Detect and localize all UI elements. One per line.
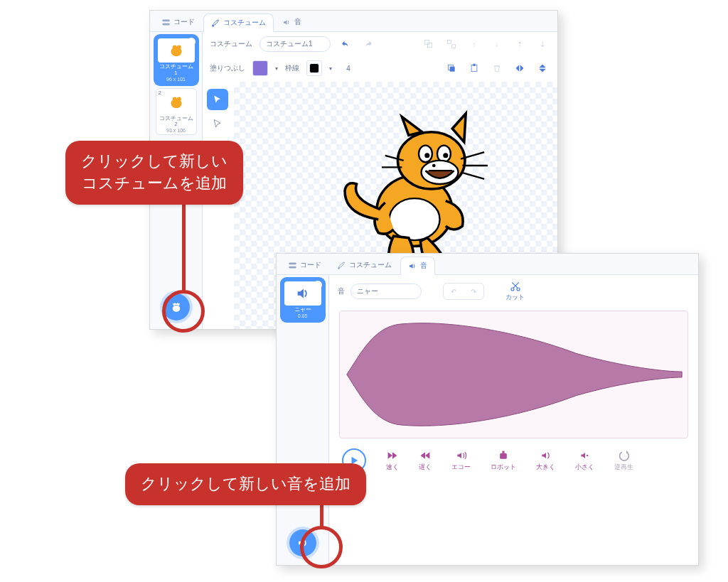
thumb-index: 1 xyxy=(285,281,288,287)
svg-point-34 xyxy=(587,454,588,456)
undo-button[interactable]: ↶ xyxy=(444,284,464,299)
stroke-swatch[interactable] xyxy=(306,60,322,76)
callout-add-sound: クリックして新しい音を追加 xyxy=(125,463,366,505)
stroke-label: 枠線 xyxy=(285,63,299,73)
svg-rect-27 xyxy=(289,262,296,264)
add-costume-button[interactable] xyxy=(163,293,190,320)
undo-button[interactable] xyxy=(338,36,353,52)
add-sound-button[interactable] xyxy=(289,529,316,556)
playback-row: 速く 遅く エコー ロボット 大きく 小さく 逆再生 xyxy=(329,441,698,480)
svg-point-8 xyxy=(176,97,181,101)
tab-costumes-label: コスチューム xyxy=(349,260,392,270)
speaker-icon xyxy=(296,537,309,549)
svg-rect-17 xyxy=(473,64,475,66)
group-button[interactable] xyxy=(421,36,437,52)
fill-swatch[interactable] xyxy=(252,60,268,76)
delete-badge[interactable] xyxy=(187,38,196,46)
front-button[interactable]: ⇡ xyxy=(512,36,528,52)
fx-faster[interactable]: 速く xyxy=(386,450,399,472)
svg-rect-28 xyxy=(289,266,296,268)
sound-name-input[interactable] xyxy=(350,284,422,299)
callout-connector xyxy=(182,192,186,291)
costume-thumb[interactable]: 1 コスチューム1 96 x 101 xyxy=(156,36,197,84)
thumb-image xyxy=(158,90,195,114)
svg-rect-10 xyxy=(425,41,429,45)
thumb-index: 2 xyxy=(159,90,161,96)
tab-code-label: コード xyxy=(173,17,195,27)
thumb-label: コスチューム1 xyxy=(158,64,195,77)
copy-button[interactable] xyxy=(444,60,459,76)
sound-editor: 音 ↶ ↷ カット xyxy=(329,275,698,565)
delete-badge[interactable] xyxy=(314,281,322,289)
svg-point-23 xyxy=(424,153,429,158)
tab-sounds-label: 音 xyxy=(420,261,427,271)
tab-sounds[interactable]: 音 xyxy=(275,13,309,31)
svg-point-7 xyxy=(172,97,176,101)
svg-rect-13 xyxy=(452,45,456,48)
thumb-duration: 0.85 xyxy=(284,313,321,318)
tab-costumes[interactable]: コスチューム xyxy=(203,14,274,32)
tab-code[interactable]: コード xyxy=(281,256,328,274)
flip-v-button[interactable] xyxy=(535,60,550,76)
svg-rect-33 xyxy=(502,451,504,453)
sound-icon xyxy=(282,18,291,27)
brush-icon xyxy=(211,18,220,28)
fx-slower[interactable]: 遅く xyxy=(419,450,432,472)
fx-robot[interactable]: ロボット xyxy=(491,450,516,472)
code-icon xyxy=(161,18,171,27)
delete-button[interactable] xyxy=(489,60,505,76)
costume-name-input[interactable] xyxy=(259,36,331,52)
forward-button[interactable]: ↑ xyxy=(466,36,482,52)
thumb-label: ニャー xyxy=(284,307,321,313)
tool-column xyxy=(207,89,228,134)
thumb-dim: 96 x 101 xyxy=(158,77,195,82)
cut-button[interactable]: カット xyxy=(505,281,525,302)
thumb-label: コスチューム2 xyxy=(158,116,195,129)
stroke-width-input[interactable] xyxy=(339,65,358,72)
tab-code-label: コード xyxy=(300,260,321,270)
svg-rect-0 xyxy=(162,19,169,21)
tab-costumes-label: コスチューム xyxy=(223,18,266,28)
sound-editor-window: コード コスチューム 音 1 ニャー 0.85 xyxy=(276,253,699,566)
brush-icon xyxy=(337,261,346,270)
svg-point-5 xyxy=(176,45,181,50)
svg-rect-12 xyxy=(448,41,451,44)
thumb-dim: 93 x 106 xyxy=(158,128,195,133)
svg-rect-32 xyxy=(500,453,507,458)
callout-add-costume: クリックして新しい コスチュームを追加 xyxy=(65,141,243,205)
tab-code[interactable]: コード xyxy=(154,13,202,31)
waveform[interactable] xyxy=(339,311,688,438)
sound-thumb[interactable]: 1 ニャー 0.85 xyxy=(282,279,323,320)
cat-head-icon xyxy=(170,301,183,313)
flip-h-button[interactable] xyxy=(512,60,528,76)
redo-button[interactable] xyxy=(360,36,376,52)
costume-name-label: コスチューム xyxy=(210,39,252,49)
tabs-bar: コード コスチューム 音 xyxy=(277,254,698,275)
backward-button[interactable]: ↓ xyxy=(489,36,505,52)
sound-name-label: 音 xyxy=(338,286,345,296)
costume-thumb[interactable]: 2 コスチューム2 93 x 106 xyxy=(156,88,197,136)
select-tool[interactable] xyxy=(207,89,228,110)
paste-button[interactable] xyxy=(466,60,482,76)
back-button[interactable]: ⇣ xyxy=(535,36,550,52)
svg-rect-15 xyxy=(450,67,455,72)
fx-reverse[interactable]: 逆再生 xyxy=(614,450,633,472)
tab-sounds[interactable]: 音 xyxy=(400,257,435,275)
tab-sounds-label: 音 xyxy=(294,17,301,27)
svg-point-24 xyxy=(443,153,448,158)
svg-point-2 xyxy=(212,25,214,27)
svg-point-4 xyxy=(172,45,176,50)
svg-point-29 xyxy=(338,267,340,269)
fx-softer[interactable]: 小さく xyxy=(575,450,594,472)
redo-button[interactable]: ↷ xyxy=(464,284,483,299)
svg-rect-1 xyxy=(162,23,169,25)
fx-echo[interactable]: エコー xyxy=(451,450,471,472)
svg-rect-11 xyxy=(427,43,432,47)
fx-louder[interactable]: 大きく xyxy=(536,450,555,472)
svg-point-26 xyxy=(432,164,436,168)
tabs-bar: コード コスチューム 音 xyxy=(150,11,557,32)
ungroup-button[interactable] xyxy=(444,36,459,52)
reshape-tool[interactable] xyxy=(207,113,228,134)
code-icon xyxy=(288,261,297,270)
tab-costumes[interactable]: コスチューム xyxy=(330,256,399,274)
